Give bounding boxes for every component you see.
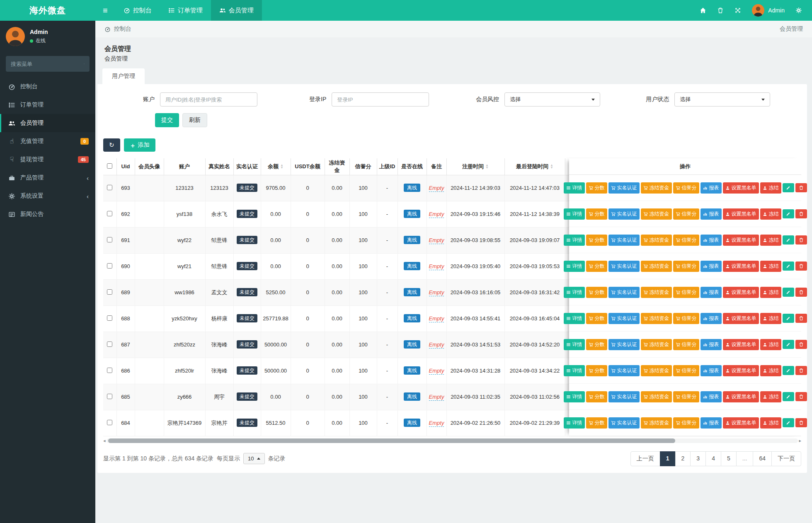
freeze-funds-button[interactable]: 冻结资金 — [641, 391, 672, 402]
kyc-verify-button[interactable]: 实名认证 — [608, 365, 640, 376]
settings-button[interactable] — [795, 7, 802, 14]
credit-score-button[interactable]: 信誉分 — [673, 261, 699, 272]
freeze-funds-button[interactable]: 冻结资金 — [641, 208, 672, 220]
row-checkbox[interactable] — [107, 368, 112, 373]
sort-icon[interactable]: ▲▼ — [485, 164, 489, 169]
credit-score-button[interactable]: 信誉分 — [673, 313, 699, 324]
credit-score-button[interactable]: 信誉分 — [673, 182, 699, 194]
detail-button[interactable]: 详情 — [564, 391, 585, 402]
row-checkbox[interactable] — [107, 237, 112, 242]
page-button[interactable]: 1 — [660, 451, 676, 466]
kyc-verify-button[interactable]: 实名认证 — [608, 313, 640, 324]
sort-icon[interactable]: ▲▼ — [280, 164, 284, 169]
edit-button[interactable] — [783, 340, 794, 349]
remark-link[interactable]: Empty — [429, 289, 444, 296]
sidebar-item-withdrawals[interactable]: ☟ 提现管理 45 — [0, 150, 95, 169]
page-button[interactable]: 4 — [705, 451, 721, 466]
score-button[interactable]: 分数 — [586, 313, 607, 324]
row-checkbox[interactable] — [107, 289, 112, 295]
page-button[interactable]: ... — [736, 451, 754, 466]
delete-button[interactable] — [795, 340, 807, 349]
remark-link[interactable]: Empty — [429, 185, 444, 192]
user-status-select[interactable]: 选择 — [674, 92, 770, 107]
delete-button[interactable] — [795, 366, 807, 375]
tab-user-management[interactable]: 用户管理 — [102, 68, 145, 84]
clear-cache-button[interactable] — [717, 7, 724, 14]
freeze-user-button[interactable]: 冻结 — [760, 339, 781, 350]
delete-button[interactable] — [795, 288, 807, 297]
kyc-verify-button[interactable]: 实名认证 — [608, 235, 640, 246]
scroll-left-icon[interactable]: ◂ — [103, 438, 106, 443]
detail-button[interactable]: 详情 — [564, 208, 585, 220]
sort-icon[interactable]: ▲▼ — [550, 164, 553, 169]
remark-link[interactable]: Empty — [429, 263, 444, 270]
blacklist-button[interactable]: 设置黑名单 — [723, 235, 759, 246]
sidebar-item-dashboard[interactable]: 控制台 — [0, 77, 95, 96]
blacklist-button[interactable]: 设置黑名单 — [723, 261, 759, 272]
delete-button[interactable] — [795, 418, 807, 427]
blacklist-button[interactable]: 设置黑名单 — [723, 417, 759, 429]
sidebar-toggle-button[interactable]: ≡ — [95, 0, 115, 21]
freeze-user-button[interactable]: 冻结 — [760, 208, 781, 220]
account-search-input[interactable] — [160, 92, 257, 107]
edit-button[interactable] — [783, 262, 794, 271]
row-checkbox[interactable] — [107, 185, 112, 190]
kyc-verify-button[interactable]: 实名认证 — [608, 182, 640, 194]
report-button[interactable]: 报表 — [701, 339, 722, 350]
edit-button[interactable] — [783, 418, 794, 427]
credit-score-button[interactable]: 信誉分 — [673, 208, 699, 220]
blacklist-button[interactable]: 设置黑名单 — [723, 182, 759, 194]
delete-button[interactable] — [795, 262, 807, 271]
score-button[interactable]: 分数 — [586, 287, 607, 298]
nav-item-members[interactable]: 会员管理 — [211, 0, 262, 21]
row-checkbox[interactable] — [107, 394, 112, 399]
kyc-verify-button[interactable]: 实名认证 — [608, 417, 640, 429]
page-button[interactable]: 上一页 — [630, 451, 660, 466]
blacklist-button[interactable]: 设置黑名单 — [723, 339, 759, 350]
credit-score-button[interactable]: 信誉分 — [673, 391, 699, 402]
nav-item-dashboard[interactable]: 控制台 — [115, 0, 160, 21]
select-all-checkbox[interactable] — [107, 163, 112, 169]
row-checkbox[interactable] — [107, 211, 112, 216]
sidebar-item-members[interactable]: 会员管理 — [0, 114, 95, 132]
report-button[interactable]: 报表 — [701, 287, 722, 298]
freeze-user-button[interactable]: 冻结 — [760, 235, 781, 246]
detail-button[interactable]: 详情 — [564, 182, 585, 194]
score-button[interactable]: 分数 — [586, 261, 607, 272]
scroll-right-icon[interactable]: ▸ — [799, 438, 801, 443]
fullscreen-button[interactable] — [734, 7, 741, 14]
detail-button[interactable]: 详情 — [564, 417, 585, 429]
freeze-funds-button[interactable]: 冻结资金 — [641, 313, 672, 324]
score-button[interactable]: 分数 — [586, 417, 607, 429]
page-button[interactable]: 64 — [753, 451, 772, 466]
report-button[interactable]: 报表 — [701, 261, 722, 272]
report-button[interactable]: 报表 — [701, 365, 722, 376]
row-checkbox[interactable] — [107, 341, 112, 347]
detail-button[interactable]: 详情 — [564, 235, 585, 246]
score-button[interactable]: 分数 — [586, 391, 607, 402]
user-menu[interactable]: Admin — [752, 4, 785, 17]
report-button[interactable]: 报表 — [701, 391, 722, 402]
sidebar-search-input[interactable] — [11, 61, 84, 67]
reset-button[interactable]: 刷新 — [182, 113, 207, 127]
delete-button[interactable] — [795, 314, 807, 323]
blacklist-button[interactable]: 设置黑名单 — [723, 313, 759, 324]
credit-score-button[interactable]: 信誉分 — [673, 417, 699, 429]
detail-button[interactable]: 详情 — [564, 261, 585, 272]
remark-link[interactable]: Empty — [429, 394, 444, 401]
blacklist-button[interactable]: 设置黑名单 — [723, 365, 759, 376]
freeze-funds-button[interactable]: 冻结资金 — [641, 417, 672, 429]
score-button[interactable]: 分数 — [586, 208, 607, 220]
kyc-verify-button[interactable]: 实名认证 — [608, 339, 640, 350]
freeze-funds-button[interactable]: 冻结资金 — [641, 365, 672, 376]
edit-button[interactable] — [783, 314, 794, 323]
freeze-user-button[interactable]: 冻结 — [760, 313, 781, 324]
freeze-user-button[interactable]: 冻结 — [760, 391, 781, 402]
report-button[interactable]: 报表 — [701, 417, 722, 429]
freeze-funds-button[interactable]: 冻结资金 — [641, 287, 672, 298]
page-size-dropdown[interactable]: 10 — [243, 453, 264, 464]
kyc-verify-button[interactable]: 实名认证 — [608, 287, 640, 298]
score-button[interactable]: 分数 — [586, 365, 607, 376]
row-checkbox[interactable] — [107, 420, 112, 425]
credit-score-button[interactable]: 信誉分 — [673, 235, 699, 246]
